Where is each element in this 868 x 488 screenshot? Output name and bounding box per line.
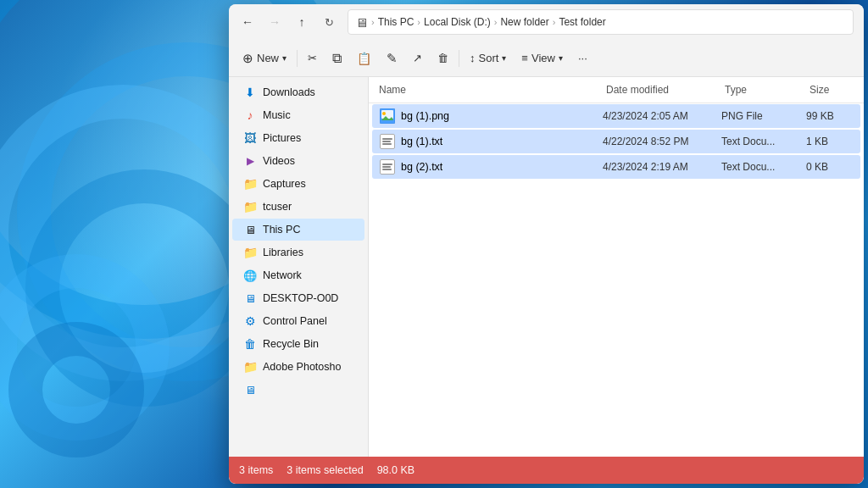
- sidebar-item-label-network: Network: [263, 269, 302, 281]
- sort-icon: ↕: [470, 52, 476, 64]
- more-icon: ···: [578, 52, 587, 64]
- new-button[interactable]: ⊕ New ▾: [236, 45, 293, 72]
- sidebar-item-videos[interactable]: ▶ Videos: [232, 150, 364, 172]
- address-sep: ›: [371, 17, 375, 27]
- sort-label: Sort: [479, 52, 499, 64]
- file-name-cell: bg (1).png: [379, 108, 599, 125]
- sidebar-item-label-music: Music: [263, 109, 291, 121]
- new-icon: ⊕: [242, 51, 253, 66]
- status-selected: 3 items selected: [287, 464, 363, 476]
- sidebar-item-label-desktop: DESKTOP-O0D: [263, 292, 338, 304]
- sidebar-item-desktop[interactable]: 🖥 DESKTOP-O0D: [232, 287, 364, 309]
- file-name-3: bg (2).txt: [401, 161, 442, 173]
- view-button[interactable]: ≡ View ▾: [515, 45, 570, 72]
- file-type-3: Text Docu...: [718, 161, 803, 173]
- adobe-icon: 📁: [242, 360, 258, 374]
- sidebar-item-extra[interactable]: 🖥: [232, 379, 364, 401]
- sidebar-item-tcuser[interactable]: 📁 tcuser: [232, 196, 364, 218]
- paste-button[interactable]: 📋: [350, 45, 378, 72]
- sidebar-item-adobe[interactable]: 📁 Adobe Photosho: [232, 356, 364, 378]
- sidebar-item-label-pictures: Pictures: [263, 132, 301, 144]
- sidebar-item-pictures[interactable]: 🖼 Pictures: [232, 127, 364, 149]
- png-file-icon: [379, 108, 396, 125]
- sidebar-item-music[interactable]: ♪ Music: [232, 104, 364, 126]
- address-part3: New folder: [500, 16, 548, 28]
- desktop-icon: 🖥: [242, 292, 258, 305]
- file-date-2: 4/22/2024 8:52 PM: [599, 136, 718, 147]
- sidebar-item-label-downloads: Downloads: [263, 86, 315, 98]
- extra-icon: 🖥: [242, 384, 258, 396]
- col-date-modified[interactable]: Date modified: [603, 80, 721, 99]
- txt-file-icon: [379, 133, 396, 150]
- paste-icon: 📋: [357, 52, 371, 65]
- libraries-icon: 📁: [242, 246, 258, 259]
- address-part4: Test folder: [559, 16, 605, 28]
- separator1: [297, 50, 298, 67]
- copy-icon: ⧉: [332, 51, 342, 66]
- file-name-cell: bg (1).txt: [379, 133, 599, 150]
- cut-button[interactable]: ✂: [301, 45, 324, 72]
- refresh-button[interactable]: ↻: [317, 10, 341, 34]
- forward-button[interactable]: →: [263, 10, 287, 34]
- svg-point-2: [382, 112, 386, 115]
- more-button[interactable]: ···: [571, 45, 594, 72]
- recycle-bin-icon: 🗑: [242, 337, 258, 351]
- sidebar-item-label-tcuser: tcuser: [263, 201, 292, 213]
- sidebar-item-label-libraries: Libraries: [263, 247, 303, 258]
- delete-button[interactable]: 🗑: [431, 45, 455, 72]
- downloads-icon: ⬇: [242, 86, 258, 99]
- thispc-icon: 🖥: [242, 224, 258, 236]
- back-button[interactable]: ←: [236, 10, 259, 34]
- sidebar-item-network[interactable]: 🌐 Network: [232, 264, 364, 286]
- file-row[interactable]: bg (1).png 4/23/2024 2:05 AM PNG File 99…: [372, 104, 860, 128]
- sort-button[interactable]: ↕ Sort ▾: [463, 45, 513, 72]
- col-name[interactable]: Name: [376, 80, 603, 99]
- monitor-icon: 🖥: [355, 15, 368, 30]
- up-button[interactable]: ↑: [290, 10, 314, 34]
- col-size[interactable]: Size: [806, 80, 857, 99]
- sidebar-item-label-control-panel: Control Panel: [263, 315, 327, 327]
- sidebar-item-thispc[interactable]: 🖥 This PC: [232, 219, 364, 241]
- pictures-icon: 🖼: [242, 131, 258, 145]
- txt-file-icon-2: [379, 158, 396, 175]
- sidebar-item-control-panel[interactable]: ⚙ Control Panel: [232, 310, 364, 332]
- control-panel-icon: ⚙: [242, 314, 258, 328]
- view-label: View: [531, 52, 555, 64]
- status-bar: 3 items 3 items selected 98.0 KB: [229, 457, 864, 484]
- col-type[interactable]: Type: [721, 80, 806, 99]
- delete-icon: 🗑: [437, 52, 448, 64]
- captures-icon: 📁: [242, 177, 258, 191]
- address-sep2: ›: [417, 17, 420, 27]
- copy-button[interactable]: ⧉: [326, 45, 348, 72]
- sidebar-item-libraries[interactable]: 📁 Libraries: [232, 241, 364, 263]
- file-size-1: 99 KB: [803, 110, 854, 122]
- sidebar-item-recycle-bin[interactable]: 🗑 Recycle Bin: [232, 333, 364, 355]
- explorer-window: ← → ↑ ↻ 🖥 › This PC › Local Disk (D:) › …: [229, 4, 864, 484]
- sidebar-item-label-recycle-bin: Recycle Bin: [263, 338, 319, 350]
- address-bar[interactable]: 🖥 › This PC › Local Disk (D:) › New fold…: [348, 9, 854, 35]
- file-list: Name Date modified Type Size: [369, 77, 864, 457]
- sidebar-item-label-thispc: This PC: [263, 224, 300, 236]
- sidebar-item-captures[interactable]: 📁 Captures: [232, 173, 364, 195]
- sidebar-item-label-captures: Captures: [263, 178, 306, 190]
- address-sep3: ›: [494, 17, 498, 27]
- toolbar: ⊕ New ▾ ✂ ⧉ 📋 ✎ ↗ 🗑 ↕ Sort ▾ ≡: [229, 40, 864, 77]
- new-dropdown-icon: ▾: [282, 53, 287, 63]
- file-name-cell: bg (2).txt: [379, 158, 599, 175]
- file-list-header: Name Date modified Type Size: [369, 77, 864, 103]
- address-part1: This PC: [378, 16, 415, 28]
- rename-button[interactable]: ✎: [380, 45, 404, 72]
- address-sep4: ›: [553, 17, 556, 27]
- file-row[interactable]: bg (1).txt 4/22/2024 8:52 PM Text Docu..…: [372, 130, 860, 153]
- file-date-3: 4/23/2024 2:19 AM: [599, 161, 718, 173]
- content-area: ⬇ Downloads ♪ Music 🖼 Pictures ▶ Videos …: [229, 77, 864, 457]
- address-part2: Local Disk (D:): [424, 16, 491, 28]
- share-icon: ↗: [413, 52, 422, 64]
- file-date-1: 4/23/2024 2:05 AM: [599, 110, 718, 122]
- status-items-count: 3 items: [239, 464, 273, 476]
- separator2: [459, 50, 459, 67]
- file-row[interactable]: bg (2).txt 4/23/2024 2:19 AM Text Docu..…: [372, 155, 860, 179]
- file-name-2: bg (1).txt: [401, 136, 442, 147]
- sidebar-item-downloads[interactable]: ⬇ Downloads: [232, 81, 364, 103]
- share-button[interactable]: ↗: [406, 45, 429, 72]
